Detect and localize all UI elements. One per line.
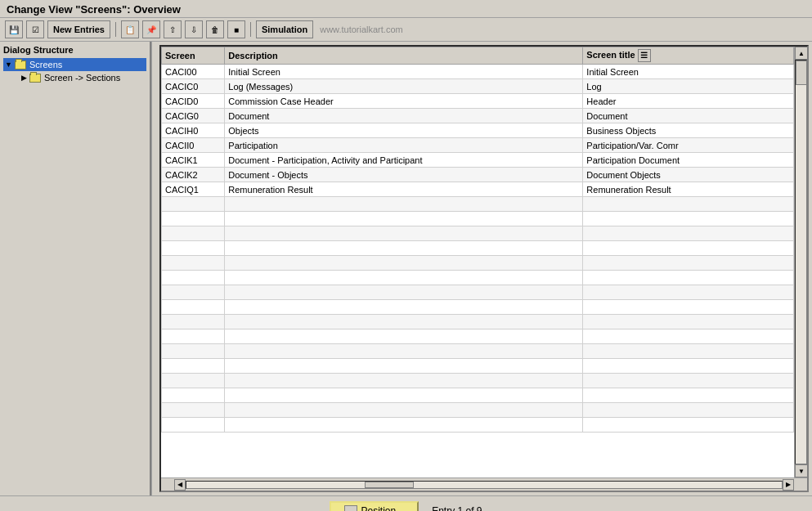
table-row[interactable]: CACIG0DocumentDocument	[162, 109, 794, 123]
tree-item-screens[interactable]: ▼ Screens	[3, 58, 146, 71]
table-row[interactable]	[162, 418, 794, 433]
cell-screen	[162, 388, 225, 403]
table-row[interactable]	[162, 285, 794, 300]
table-row[interactable]	[162, 226, 794, 241]
scroll-thumb[interactable]	[796, 61, 807, 85]
cell-title: Header	[583, 94, 794, 109]
table-row[interactable]	[162, 315, 794, 329]
copy-button[interactable]: 📋	[121, 20, 139, 38]
data-table: Screen Description Screen title ☰	[161, 47, 794, 433]
position-button[interactable]: Position...	[330, 501, 419, 511]
title-bar: Change View "Screens": Overview	[0, 0, 812, 18]
cell-title	[583, 256, 794, 271]
table-row[interactable]	[162, 403, 794, 418]
column-settings-icon[interactable]: ☰	[638, 49, 651, 62]
scroll-left-button[interactable]: ◀	[174, 479, 186, 491]
tree-arrow-screens: ▼	[5, 61, 12, 69]
resize-handle[interactable]	[151, 42, 156, 495]
simulation-button[interactable]: Simulation	[256, 20, 313, 38]
horizontal-scrollbar[interactable]: ◀ ▶	[161, 477, 807, 491]
table-row[interactable]	[162, 388, 794, 403]
cell-description	[225, 256, 583, 271]
scroll-right-button[interactable]: ▶	[783, 479, 794, 491]
cell-screen	[162, 374, 225, 388]
cell-title: Participation/Var. Comr	[583, 138, 794, 153]
position-icon	[344, 505, 357, 511]
scroll-down-button[interactable]: ▼	[795, 464, 807, 477]
cell-title	[583, 197, 794, 212]
table-row[interactable]	[162, 197, 794, 212]
move-up-button[interactable]: ⇧	[164, 20, 182, 38]
paste-button[interactable]: 📌	[142, 20, 160, 38]
table-row[interactable]	[162, 329, 794, 344]
cell-description	[225, 285, 583, 300]
table-row[interactable]	[162, 212, 794, 226]
cell-title: Remuneration Result	[583, 182, 794, 197]
cell-screen	[162, 359, 225, 374]
cell-screen	[162, 212, 225, 226]
separator-2	[250, 22, 251, 37]
cell-title: Initial Screen	[583, 65, 794, 79]
table-row[interactable]: CACIH0ObjectsBusiness Objects	[162, 123, 794, 138]
cell-screen	[162, 315, 225, 329]
table-wrapper[interactable]: Screen Description Screen title ☰	[161, 47, 794, 477]
scroll-up-button[interactable]: ▲	[795, 47, 807, 60]
cell-screen: CACIK2	[162, 168, 225, 182]
table-row[interactable]	[162, 300, 794, 315]
cell-title	[583, 285, 794, 300]
table-row[interactable]	[162, 241, 794, 256]
cell-title	[583, 329, 794, 344]
cell-screen	[162, 256, 225, 271]
table-row[interactable]	[162, 256, 794, 271]
table-container: Screen Description Screen title ☰	[161, 47, 807, 477]
table-row[interactable]	[162, 359, 794, 374]
cell-description: Initial Screen	[225, 65, 583, 79]
table-row[interactable]	[162, 344, 794, 359]
new-entries-button[interactable]: New Entries	[47, 20, 110, 38]
cell-title: Participation Document	[583, 153, 794, 168]
table-row[interactable]: CACIQ1Remuneration ResultRemuneration Re…	[162, 182, 794, 197]
vertical-scrollbar[interactable]: ▲ ▼	[794, 47, 807, 477]
cell-title	[583, 344, 794, 359]
delete-button[interactable]: 🗑	[206, 20, 224, 38]
other-button[interactable]: ■	[227, 20, 245, 38]
cell-description	[225, 359, 583, 374]
cell-description	[225, 300, 583, 315]
cell-screen	[162, 418, 225, 433]
table-row[interactable]: CACIK2Document - ObjectsDocument Objects	[162, 168, 794, 182]
cell-screen: CACIK1	[162, 153, 225, 168]
move-down-button[interactable]: ⇩	[185, 20, 203, 38]
cell-description: Document - Objects	[225, 168, 583, 182]
cell-title	[583, 315, 794, 329]
cell-description	[225, 241, 583, 256]
cell-title: Log	[583, 79, 794, 94]
scroll-track[interactable]	[795, 60, 807, 464]
shortcut-button[interactable]: ☑	[26, 20, 44, 38]
table-row[interactable]	[162, 271, 794, 285]
cell-description: Objects	[225, 123, 583, 138]
cell-title	[583, 271, 794, 285]
table-row[interactable]: CACID0Commission Case HeaderHeader	[162, 94, 794, 109]
table-row[interactable]: CACIK1Document - Participation, Activity…	[162, 153, 794, 168]
cell-screen	[162, 344, 225, 359]
table-row[interactable]	[162, 374, 794, 388]
h-scroll-thumb[interactable]	[365, 482, 414, 488]
cell-title	[583, 418, 794, 433]
table-row[interactable]: CACIC0Log (Messages)Log	[162, 79, 794, 94]
save-button[interactable]: 💾	[5, 20, 23, 38]
dialog-structure-title: Dialog Structure	[3, 45, 146, 55]
h-scroll-track[interactable]	[186, 481, 783, 489]
col-header-title: Screen title ☰	[583, 47, 794, 65]
table-row[interactable]: CACI00Initial ScreenInitial Screen	[162, 65, 794, 79]
toolbar: 💾 ☑ New Entries 📋 📌 ⇧ ⇩ 🗑 ■ Simulation w…	[0, 18, 812, 42]
cell-screen: CACIG0	[162, 109, 225, 123]
cell-screen	[162, 226, 225, 241]
tree-item-screen-sections[interactable]: ▶ Screen -> Sections	[20, 71, 146, 84]
page-title: Change View "Screens": Overview	[7, 3, 805, 16]
cell-title: Document	[583, 109, 794, 123]
separator-1	[115, 22, 116, 37]
status-bar: Position... Entry 1 of 9	[0, 495, 812, 511]
cell-description	[225, 271, 583, 285]
cell-title	[583, 374, 794, 388]
table-row[interactable]: CACII0ParticipationParticipation/Var. Co…	[162, 138, 794, 153]
